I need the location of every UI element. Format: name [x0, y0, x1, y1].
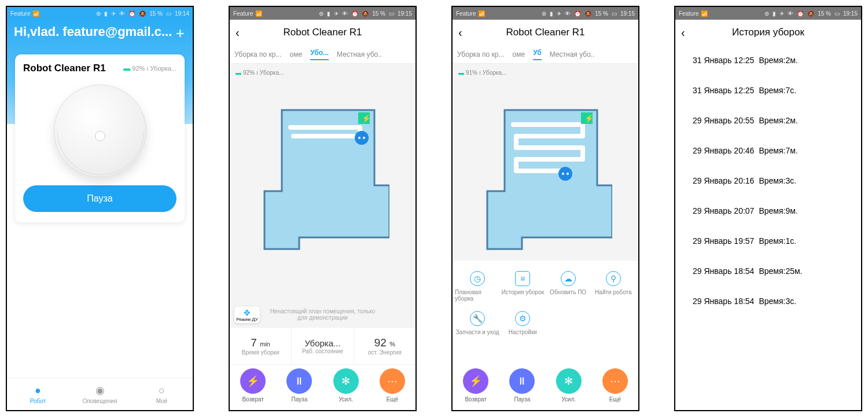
- device-status: ▬ 92%ı Уборка...: [123, 64, 176, 72]
- screen-history: Feature📶 ⊚▮✈👁⏰🔕 15 %▭ 19:15 ‹ История уб…: [674, 6, 862, 411]
- fan-icon: ✻: [333, 368, 359, 394]
- profile-icon: ○: [159, 385, 165, 397]
- history-item[interactable]: 31 Январь 12:25Время:7с.: [675, 75, 861, 105]
- stat-time: 7 minВремя уборки: [230, 328, 292, 364]
- history-list[interactable]: 31 Январь 12:25Время:2м.31 Январь 12:25В…: [675, 45, 861, 410]
- menu-history[interactable]: ≡История уборок: [500, 266, 545, 306]
- history-item[interactable]: 29 Январь 18:54Время:3с.: [675, 286, 861, 316]
- cloud-icon: ☁: [561, 271, 576, 286]
- action-row: ⚡Возврат ⏸Пауза ✻Усил. ⋯Ещё: [453, 365, 638, 410]
- map-area[interactable]: ▬91%ıУборка... ⚡: [453, 64, 638, 261]
- tab-local[interactable]: Местная убо..: [550, 50, 595, 58]
- svg-point-3: [358, 137, 361, 139]
- menu-find[interactable]: ⚲Найти робота: [591, 266, 636, 306]
- menu-parts[interactable]: 🔧Запчасти и уход: [455, 306, 500, 340]
- gear-icon: ⚙: [515, 311, 530, 326]
- nav-robot[interactable]: ●Робот: [7, 378, 69, 410]
- history-item[interactable]: 29 Январь 19:57Время:1с.: [675, 226, 861, 256]
- page-title: Robot Cleaner R1: [283, 27, 362, 38]
- more-icon: ⋯: [380, 368, 405, 394]
- status-bar: Feature📶 ⊚▮✈👁⏰🔕 15 %▭ 19:15: [675, 7, 861, 20]
- stats-row: 7 minВремя уборки Уборка...Раб. состояни…: [230, 328, 415, 365]
- fan-icon: ✻: [556, 368, 582, 394]
- pause-icon: ⏸: [509, 368, 535, 394]
- status-bar: Feature📶 ⊚▮✈👁⏰🔕 15 %▭ 19:15: [453, 7, 638, 20]
- tab-edge[interactable]: Уборка по кр...: [234, 50, 282, 58]
- history-item[interactable]: 29 Январь 20:55Время:2м.: [675, 105, 861, 136]
- clock-icon: ◷: [470, 271, 485, 286]
- menu-settings[interactable]: ⚙Настройки: [500, 306, 545, 340]
- tab-home-partial[interactable]: оме: [513, 50, 525, 58]
- status-bar: Feature📶 ⊚▮✈👁⏰🔕 15 %▭ 19:15: [230, 7, 415, 20]
- action-more[interactable]: ⋯Ещё: [592, 368, 638, 410]
- action-pause[interactable]: ⏸Пауза: [499, 368, 545, 410]
- battery-icon: ▮: [104, 10, 108, 17]
- bottom-nav: ●Робот ◉Оповещения ○Моё: [7, 378, 193, 410]
- robot-image: [54, 85, 146, 177]
- history-item[interactable]: 29 Январь 20:16Время:3с.: [675, 166, 861, 196]
- page-title: Robot Cleaner R1: [506, 27, 584, 38]
- stat-energy: 92 %ост. Энергия: [354, 328, 415, 364]
- action-pause[interactable]: ⏸Пауза: [276, 368, 322, 410]
- history-item[interactable]: 31 Январь 12:25Время:2м.: [675, 45, 861, 75]
- action-more[interactable]: ⋯Ещё: [369, 368, 415, 410]
- pause-button[interactable]: Пауза: [23, 185, 176, 212]
- back-button[interactable]: ‹: [681, 26, 685, 39]
- action-boost[interactable]: ✻Усил.: [323, 368, 369, 410]
- svg-text:⚡: ⚡: [584, 114, 594, 123]
- tab-clean[interactable]: Убо...: [310, 49, 329, 60]
- app-header: ‹ Robot Cleaner R1: [453, 20, 638, 45]
- mute-icon: 🔕: [139, 10, 146, 17]
- history-item[interactable]: 29 Январь 18:54Время:25м.: [675, 256, 861, 286]
- wrench-icon: 🔧: [470, 311, 485, 326]
- history-item[interactable]: 29 Январь 20:07Время:9м.: [675, 196, 861, 226]
- greeting-text: Hi,vlad. feature@gmail.c...: [14, 24, 186, 39]
- more-menu-grid: ◷Плановая уборка ≡История уборок ☁Обнови…: [453, 261, 638, 346]
- battery-icon: ▬: [123, 64, 130, 72]
- page-title: История уборок: [732, 27, 804, 38]
- nav-me[interactable]: ○Моё: [131, 378, 193, 410]
- action-return[interactable]: ⚡Возврат: [230, 368, 276, 410]
- menu-schedule[interactable]: ◷Плановая уборка: [455, 266, 500, 306]
- back-button[interactable]: ‹: [236, 26, 240, 39]
- menu-update[interactable]: ☁Обновить ПО: [546, 266, 591, 306]
- device-card[interactable]: Robot Cleaner R1 ▬ 92%ı Уборка... Пауза: [15, 54, 185, 222]
- floorplan: ⚡: [259, 104, 389, 255]
- svg-point-8: [562, 173, 564, 175]
- add-device-button[interactable]: +: [176, 24, 185, 42]
- svg-point-7: [558, 167, 572, 181]
- wifi-icon: ⊚: [96, 10, 101, 17]
- tab-local[interactable]: Местная убо..: [337, 50, 382, 58]
- battery-level-icon: ▭: [166, 10, 171, 17]
- stat-state: Уборка...Раб. состояние: [292, 328, 354, 364]
- floorplan: ⚡: [481, 104, 612, 255]
- map-status: ▬91%ıУборка...: [458, 70, 632, 76]
- list-icon: ≡: [515, 271, 530, 286]
- history-item[interactable]: 29 Январь 20:46Время:7м.: [675, 136, 861, 166]
- status-bar: Feature📶 ⊚ ▮ ✈ 👁 ⏰ 🔕 15 % ▭ 19:14: [7, 7, 193, 20]
- back-button[interactable]: ‹: [458, 26, 462, 39]
- map-area[interactable]: ▬92%ıУборка... ⚡ ✥Режим ДУ Ненастоящий п…: [230, 64, 415, 328]
- return-icon: ⚡: [463, 368, 488, 394]
- demo-note: Ненастоящий план помещения, только для д…: [230, 308, 415, 321]
- action-return[interactable]: ⚡Возврат: [453, 368, 499, 410]
- tab-edge[interactable]: Уборка по кр...: [457, 50, 505, 58]
- app-header: ‹ История уборок: [675, 20, 861, 45]
- svg-point-9: [567, 173, 569, 175]
- action-row: ⚡Возврат ⏸Пауза ✻Усил. ⋯Ещё: [230, 365, 415, 410]
- nav-alerts[interactable]: ◉Оповещения: [69, 378, 131, 410]
- pin-icon: ⚲: [606, 271, 621, 286]
- alarm-icon: ⏰: [128, 10, 135, 17]
- mode-tabs: Уборка по кр... оме Убо... Местная убо..: [230, 45, 415, 64]
- tab-clean[interactable]: Уб: [533, 49, 542, 60]
- action-boost[interactable]: ✻Усил.: [546, 368, 592, 410]
- svg-text:⚡: ⚡: [362, 114, 372, 123]
- return-icon: ⚡: [240, 368, 266, 394]
- screen-map: Feature📶 ⊚▮✈👁⏰🔕 15 %▭ 19:15 ‹ Robot Clea…: [229, 6, 417, 411]
- map-status: ▬92%ıУборка...: [236, 70, 410, 76]
- pause-icon: ⏸: [286, 368, 312, 394]
- device-name: Robot Cleaner R1: [23, 63, 106, 74]
- robot-icon: ●: [35, 385, 41, 397]
- bell-icon: ◉: [95, 384, 105, 397]
- tab-home-partial[interactable]: оме: [290, 50, 303, 58]
